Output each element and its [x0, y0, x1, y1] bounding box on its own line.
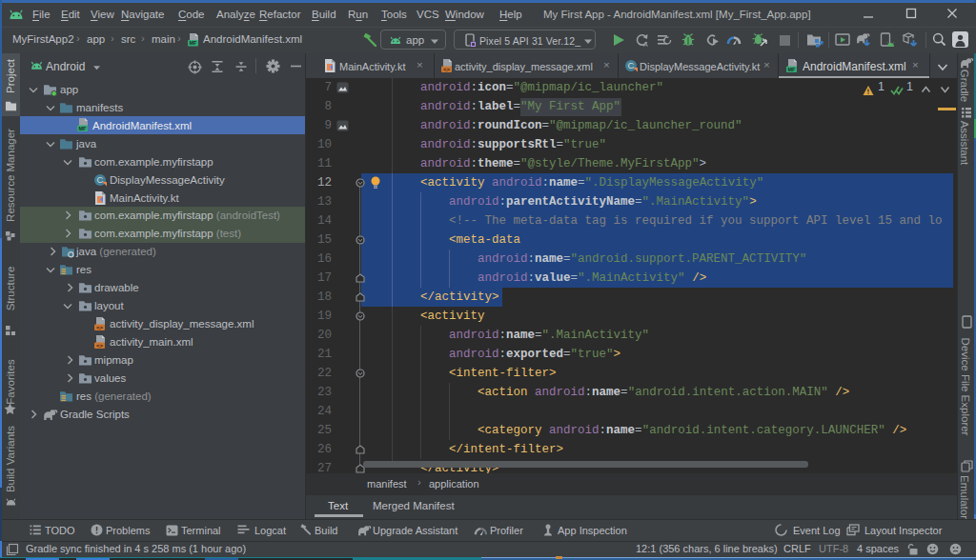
svg-text:A: A [643, 41, 648, 48]
svg-text:MF: MF [190, 40, 198, 46]
